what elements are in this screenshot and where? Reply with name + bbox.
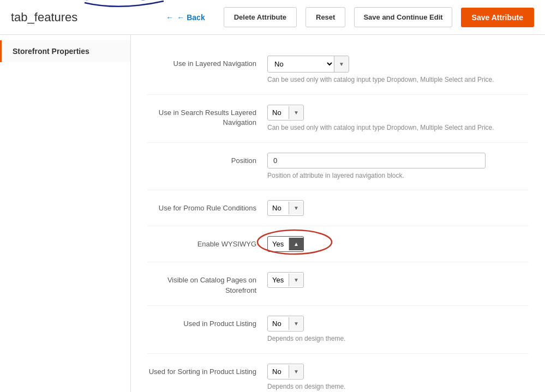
select-wrap-used-for-sorting-product-listing: No Yes ▼ — [267, 364, 304, 379]
select-promo-rule-conditions[interactable]: No Yes — [268, 201, 289, 215]
select-use-in-layered-navigation[interactable]: No Yes — [268, 56, 334, 72]
label-position: Position — [147, 153, 267, 166]
form-row-promo-rule-conditions: Use for Promo Rule Conditions No Yes ▼ — [147, 190, 529, 226]
field-visible-catalog-pages: Yes No ▼ — [267, 272, 529, 288]
form-row-used-in-product-listing: Used in Product Listing No Yes ▼ Depends… — [147, 306, 529, 354]
reset-button[interactable]: Reset — [306, 7, 345, 27]
hint-used-in-product-listing: Depends on design theme. — [267, 334, 529, 343]
select-wrap-used-in-product-listing: No Yes ▼ — [267, 316, 304, 331]
label-used-in-product-listing: Used in Product Listing — [147, 316, 267, 329]
label-enable-wysiwyg: Enable WYSIWYG — [147, 236, 267, 249]
delete-attribute-button[interactable]: Delete Attribute — [224, 7, 297, 27]
label-visible-catalog-pages: Visible on Catalog Pages on Storefront — [147, 272, 267, 295]
label-use-in-search-results: Use in Search Results Layered Navigation — [147, 105, 267, 128]
field-position: Position of attribute in layered navigat… — [267, 153, 529, 180]
form-row-use-in-search-results: Use in Search Results Layered Navigation… — [147, 95, 529, 143]
form-row-position: Position Position of attribute in layere… — [147, 143, 529, 191]
dropdown-arrow-icon: ▼ — [289, 274, 303, 286]
select-wrap-promo-rule-conditions: No Yes ▼ — [267, 200, 304, 216]
select-enable-wysiwyg[interactable]: Yes No — [268, 237, 289, 251]
select-wrap-use-in-layered-navigation: No Yes ▼ — [267, 56, 349, 73]
label-use-in-layered-navigation: Use in Layered Navigation — [147, 56, 267, 69]
annotation-drawing: Testing — [76, 0, 218, 8]
back-button[interactable]: ← ← Back — [156, 8, 214, 27]
save-attribute-button[interactable]: Save Attribute — [461, 8, 534, 27]
dropdown-arrow-icon: ▼ — [289, 365, 303, 378]
form-row-visible-catalog-pages: Visible on Catalog Pages on Storefront Y… — [147, 262, 529, 305]
hint-use-in-search-results: Can be used only with catalog input type… — [267, 123, 529, 132]
label-used-for-sorting-product-listing: Used for Sorting in Product Listing — [147, 364, 267, 377]
select-used-in-product-listing[interactable]: No Yes — [268, 316, 289, 331]
form-row-used-for-sorting-product-listing: Used for Sorting in Product Listing No Y… — [147, 354, 529, 392]
form-row-enable-wysiwyg: Enable WYSIWYG Yes No ▲ — [147, 226, 529, 262]
sidebar: Storefront Properties — [0, 35, 131, 392]
form-row-use-in-layered-navigation: Use in Layered Navigation No Yes ▼ Can b… — [147, 46, 529, 95]
field-use-in-search-results: No Yes ▼ Can be used only with catalog i… — [267, 105, 529, 132]
page-header: Testing tab_features ← ← Back Delete Att… — [0, 0, 545, 35]
hint-used-for-sorting-product-listing: Depends on design theme. — [267, 382, 529, 391]
select-wrap-visible-catalog-pages: Yes No ▼ — [267, 272, 304, 288]
select-visible-catalog-pages[interactable]: Yes No — [268, 273, 289, 287]
hint-use-in-layered-navigation: Can be used only with catalog input type… — [267, 75, 529, 85]
field-use-in-layered-navigation: No Yes ▼ Can be used only with catalog i… — [267, 56, 529, 85]
hint-position: Position of attribute in layered navigat… — [267, 171, 529, 180]
main-content: Use in Layered Navigation No Yes ▼ Can b… — [131, 35, 545, 392]
dropdown-arrow-icon: ▲ — [289, 238, 303, 250]
select-used-for-sorting-product-listing[interactable]: No Yes — [268, 364, 289, 379]
input-position[interactable] — [267, 153, 486, 168]
dropdown-arrow-icon: ▼ — [334, 56, 349, 72]
svg-text:Testing: Testing — [81, 0, 150, 5]
dropdown-arrow-icon: ▼ — [289, 202, 303, 214]
back-arrow-icon: ← — [166, 13, 173, 22]
field-enable-wysiwyg: Yes No ▲ — [267, 236, 529, 252]
select-use-in-search-results[interactable]: No Yes — [268, 105, 289, 120]
label-promo-rule-conditions: Use for Promo Rule Conditions — [147, 200, 267, 213]
page-layout: Storefront Properties Use in Layered Nav… — [0, 35, 545, 392]
field-used-in-product-listing: No Yes ▼ Depends on design theme. — [267, 316, 529, 343]
field-promo-rule-conditions: No Yes ▼ — [267, 200, 529, 216]
select-wrap-use-in-search-results: No Yes ▼ — [267, 105, 304, 120]
page-title: tab_features — [11, 10, 77, 25]
dropdown-arrow-icon: ▼ — [289, 106, 303, 119]
dropdown-arrow-icon: ▼ — [289, 317, 303, 330]
save-and-continue-edit-button[interactable]: Save and Continue Edit — [354, 7, 452, 27]
select-wrap-enable-wysiwyg: Yes No ▲ — [267, 236, 304, 252]
sidebar-item-storefront-properties[interactable]: Storefront Properties — [0, 40, 130, 62]
field-used-for-sorting-product-listing: No Yes ▼ Depends on design theme. — [267, 364, 529, 391]
